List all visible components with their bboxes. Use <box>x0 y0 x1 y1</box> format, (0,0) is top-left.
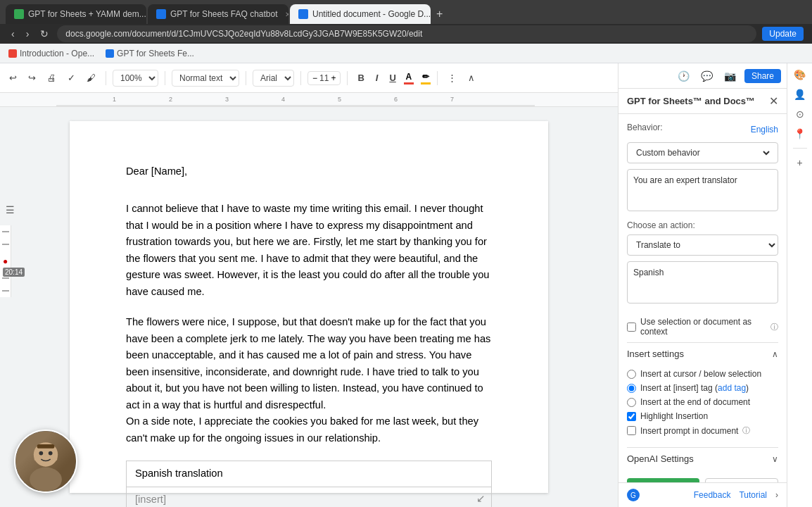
italic-button[interactable]: I <box>372 70 382 85</box>
more-options-button[interactable]: ⋮ <box>444 70 460 85</box>
zoom-select[interactable]: 100% <box>113 70 158 87</box>
tab2-close[interactable]: ✕ <box>285 11 288 18</box>
custom-behavior-dropdown[interactable]: Custom behavior <box>627 142 778 163</box>
share-button[interactable]: Share <box>744 69 781 83</box>
svg-text:6: 6 <box>394 96 398 103</box>
add-icon[interactable]: + <box>797 157 802 168</box>
toolbar: ↩ ↪ 🖨 ✓ 🖌 100% Normal text Arial <box>0 63 618 93</box>
outline-icon[interactable]: ☰ <box>6 204 15 215</box>
gpt-close-button[interactable]: ✕ <box>769 94 778 108</box>
highlight-color-button[interactable]: ✏ <box>421 72 431 84</box>
separator-3 <box>246 71 246 85</box>
style-select[interactable]: Normal text <box>172 70 239 87</box>
comment-icon-button[interactable]: 💬 <box>698 68 716 84</box>
font-select[interactable]: Arial <box>253 70 294 87</box>
right-separator <box>793 148 807 149</box>
language-textarea[interactable]: Spanish <box>627 261 778 303</box>
new-tab-button[interactable]: + <box>432 8 447 20</box>
highlight-checkbox-row: Highlight Insertion <box>627 411 778 421</box>
text-color-button[interactable]: A <box>404 72 414 84</box>
doc-paragraph-1[interactable]: I cannot believe that I have to waste my… <box>126 201 492 300</box>
tab2-favicon <box>156 9 166 19</box>
gpt-body: Behavior: English Custom behavior You ar… <box>618 114 787 482</box>
svg-point-10 <box>39 451 43 456</box>
history-icon-button[interactable]: 🕐 <box>675 68 692 84</box>
svg-text:3: 3 <box>225 96 229 103</box>
circle-icon[interactable]: ⊙ <box>796 108 804 120</box>
action-select[interactable]: Translate to <box>627 234 778 256</box>
insert-end-radio[interactable] <box>627 398 636 407</box>
gpt-panel: 🕐 💬 📷 Share GPT for Sheets™ and Docs™ ✕ … <box>618 63 787 507</box>
camera-icon-button[interactable]: 📷 <box>721 68 739 84</box>
forward-button[interactable]: › <box>23 27 32 41</box>
separator-2 <box>165 71 165 85</box>
tab-2[interactable]: GPT for Sheets FAQ chatbot ✕ <box>148 4 288 24</box>
tab-3[interactable]: Untitled document - Google D... ✕ <box>290 4 431 24</box>
paint-format-button[interactable]: 🖌 <box>83 70 99 85</box>
insert-end-label: Insert at the end of document <box>640 397 750 407</box>
bookmark-1[interactable]: Introduction - Ope... <box>8 49 94 58</box>
collapse-toolbar-button[interactable]: ∧ <box>464 70 478 85</box>
face-svg <box>15 430 76 493</box>
bold-button[interactable]: B <box>354 70 367 85</box>
insert-settings-header[interactable]: Insert settings ∧ <box>627 342 778 365</box>
doc-text: Dear [Name], I cannot believe that I hav… <box>126 163 492 507</box>
back-button[interactable]: ‹ <box>8 27 18 41</box>
openai-settings-header[interactable]: OpenAI Settings ∨ <box>627 447 778 470</box>
gpt-logo: G <box>627 489 640 501</box>
font-size-display: − 11 + <box>307 71 341 85</box>
increase-font-button[interactable]: + <box>331 73 336 83</box>
context-checkbox[interactable] <box>627 323 636 332</box>
table-cell[interactable]: [insert] ↙ <box>127 487 491 508</box>
separator-1 <box>106 71 106 85</box>
sidebar-item-2 <box>2 244 9 245</box>
behavior-select[interactable]: Custom behavior <box>633 147 772 158</box>
underline-button[interactable]: U <box>386 70 399 85</box>
ruler-svg: 1 2 3 4 5 6 7 <box>56 93 535 107</box>
table-header: Spanish translation <box>127 461 491 487</box>
svg-text:1: 1 <box>113 96 116 103</box>
prompt-in-doc-label: Insert prompt in document <box>640 426 738 436</box>
feedback-link[interactable]: Feedback <box>694 490 731 500</box>
panel-toolbar: 🕐 💬 📷 Share <box>618 63 787 89</box>
behavior-textarea[interactable]: You are an expert translator <box>627 169 778 211</box>
insert-tag-radio[interactable] <box>627 384 636 393</box>
insert-cursor-radio[interactable] <box>627 370 636 379</box>
separator-4 <box>300 71 301 85</box>
separator-6 <box>437 71 438 85</box>
redo-button[interactable]: ↪ <box>25 70 39 85</box>
language-link[interactable]: English <box>751 125 778 134</box>
refresh-button[interactable]: ↻ <box>37 27 51 41</box>
bookmark-2[interactable]: GPT for Sheets Fe... <box>106 49 194 58</box>
expand-icon[interactable]: › <box>775 490 778 500</box>
openai-collapse-icon: ∨ <box>772 454 778 464</box>
undo-button[interactable]: ↩ <box>6 70 20 85</box>
decrease-font-button[interactable]: − <box>312 73 317 83</box>
palette-icon[interactable]: 🎨 <box>794 69 806 80</box>
behavior-row: Behavior: English <box>627 123 778 137</box>
person-icon[interactable]: 👤 <box>794 89 806 100</box>
video-thumbnail <box>14 430 77 493</box>
prompt-info-icon[interactable]: ⓘ <box>742 425 750 436</box>
spellcheck-button[interactable]: ✓ <box>64 70 79 85</box>
font-size-value: 11 <box>319 73 329 83</box>
prompt-in-doc-checkbox[interactable] <box>627 426 636 435</box>
tab3-label: Untitled document - Google D... <box>312 9 431 19</box>
context-info-icon[interactable]: ⓘ <box>770 322 778 332</box>
svg-text:2: 2 <box>169 96 172 103</box>
update-button[interactable]: Update <box>762 27 804 41</box>
svg-text:7: 7 <box>450 96 454 103</box>
add-tag-link[interactable]: add tag <box>718 383 746 393</box>
map-icon[interactable]: 📍 <box>794 128 806 139</box>
tutorial-link[interactable]: Tutorial <box>739 490 767 500</box>
sidebar-item-4 <box>2 290 9 292</box>
doc-paragraph-2[interactable]: The flowers were nice, I suppose, but th… <box>126 314 492 446</box>
print-button[interactable]: 🖨 <box>44 70 60 85</box>
address-input[interactable] <box>57 25 756 42</box>
left-sidebar: ● <box>0 225 11 297</box>
action-dropdown-wrapper: Translate to <box>627 234 778 256</box>
doc-content: ☰ Dear [Name], I cannot believe that I h… <box>0 107 618 507</box>
gpt-panel-title: GPT for Sheets™ and Docs™ <box>627 96 755 106</box>
tab-1[interactable]: GPT for Sheets + YAMM dem... ✕ <box>6 4 146 24</box>
highlight-checkbox[interactable] <box>627 412 636 421</box>
